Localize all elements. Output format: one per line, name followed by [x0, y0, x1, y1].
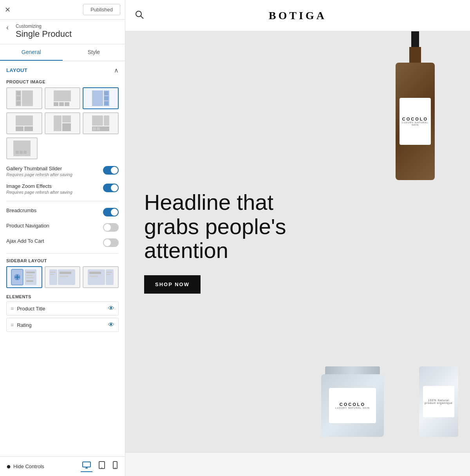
sidebar-option-3[interactable] [83, 266, 119, 288]
panel-title: Single Product [16, 29, 119, 39]
brand-logo: BOTIGA [269, 9, 327, 22]
image-zoom-effects-row: Image Zoom Effects Requires page refresh… [0, 180, 125, 198]
svg-rect-16 [24, 126, 33, 131]
sidebar-option-1[interactable] [6, 266, 42, 288]
image-zoom-label: Image Zoom Effects [6, 183, 72, 189]
panel-content: Layout ∧ PRODUCT IMAGE [0, 61, 125, 476]
image-zoom-toggle[interactable] [103, 184, 119, 192]
svg-rect-8 [65, 102, 69, 106]
mobile-device-button[interactable] [111, 460, 119, 472]
layout-section-title: Layout [6, 67, 27, 73]
top-bar: ✕ Published [0, 0, 125, 20]
product-navigation-row: Product Navigation [0, 220, 125, 235]
bottom-bar: ● Hide Controls [0, 456, 125, 476]
element-rating: ≡ Rating 👁 [6, 318, 119, 332]
sidebar-layout-grid [0, 266, 125, 291]
ajax-add-to-cart-row: Ajax Add To Cart [0, 235, 125, 250]
drag-icon[interactable]: ≡ [11, 305, 14, 312]
svg-rect-43 [60, 276, 68, 277]
svg-rect-14 [16, 115, 33, 126]
drag-icon-rating[interactable]: ≡ [11, 322, 14, 328]
bottle2-text: 100% Natural produit organique [423, 399, 454, 404]
svg-rect-9 [92, 90, 103, 106]
gallery-thumbnail-toggle[interactable] [103, 166, 119, 175]
svg-rect-1 [16, 91, 20, 95]
large-bottle: COCOLO LUXURY NATURAL SKIN [392, 31, 439, 188]
jar-sub: LUXURY NATURAL SKIN [335, 407, 370, 409]
svg-rect-13 [104, 101, 108, 105]
hide-controls-button[interactable]: ● Hide Controls [6, 462, 44, 471]
svg-line-58 [141, 16, 143, 18]
element-rating-name: Rating [17, 322, 32, 328]
image-layout-option-3[interactable] [83, 87, 119, 109]
svg-rect-2 [16, 96, 20, 100]
svg-rect-48 [107, 272, 112, 273]
svg-rect-20 [92, 115, 103, 126]
hero-headline: Headline that grabs people's attention [144, 190, 316, 263]
image-layout-grid [0, 87, 125, 112]
tablet-device-button[interactable] [97, 460, 107, 472]
eye-icon-rating[interactable]: 👁 [108, 321, 114, 328]
svg-rect-21 [104, 115, 109, 126]
gallery-thumbnail-label: Gallery Thumbnail Slider [6, 166, 72, 171]
svg-rect-4 [22, 90, 33, 106]
close-icon[interactable]: ✕ [5, 6, 11, 13]
svg-rect-40 [50, 274, 54, 275]
svg-rect-12 [104, 96, 108, 100]
svg-rect-17 [54, 115, 61, 131]
preview-area: BOTIGA Headline that grabs people's atte… [125, 0, 470, 476]
svg-rect-28 [24, 151, 27, 154]
svg-rect-50 [83, 462, 90, 467]
bottle-sub: LUXURY NATURAL SKIN [400, 121, 431, 126]
svg-rect-24 [97, 127, 100, 130]
divider-2 [6, 253, 119, 254]
svg-rect-23 [93, 127, 96, 130]
image-layout-option-4[interactable] [6, 112, 42, 134]
layout-section-header: Layout ∧ [0, 61, 125, 78]
shop-now-button[interactable]: SHOP NOW [144, 275, 201, 294]
sidebar-layout-label: SIDEBAR LAYOUT [0, 257, 125, 266]
svg-rect-35 [26, 275, 33, 276]
breadcrumbs-row: Breadcrumbs [0, 204, 125, 220]
image-layout-option-1[interactable] [6, 87, 42, 109]
small-bottle-2: 100% Natural produit organique [415, 366, 462, 445]
breadcrumbs-toggle[interactable] [103, 208, 119, 216]
device-icons [81, 460, 119, 472]
image-layout-option-7[interactable] [6, 137, 38, 159]
preview-header: BOTIGA [125, 0, 470, 31]
product-image-label: PRODUCT IMAGE [0, 78, 125, 87]
svg-rect-37 [26, 280, 33, 282]
image-layout-option-5[interactable] [45, 112, 81, 134]
tab-style[interactable]: Style [63, 44, 125, 61]
section-collapse-icon[interactable]: ∧ [114, 67, 119, 74]
svg-rect-45 [89, 272, 101, 274]
sidebar-option-2[interactable] [45, 266, 81, 288]
svg-rect-39 [50, 272, 56, 273]
svg-rect-3 [16, 101, 20, 105]
svg-rect-34 [26, 272, 35, 273]
tabs-bar: General Style [0, 44, 125, 61]
breadcrumbs-label: Breadcrumbs [6, 207, 36, 213]
back-button[interactable]: ‹ [6, 23, 9, 32]
ajax-add-to-cart-toggle[interactable] [103, 238, 119, 247]
search-icon[interactable] [135, 10, 144, 21]
eye-icon-product-title[interactable]: 👁 [108, 305, 114, 312]
product-navigation-toggle[interactable] [103, 223, 119, 232]
desktop-device-button[interactable] [81, 461, 92, 472]
published-button[interactable]: Published [83, 4, 120, 15]
image-layout-grid-2 [0, 112, 125, 137]
ajax-add-to-cart-label: Ajax Add To Cart [6, 238, 44, 244]
tab-general[interactable]: General [0, 44, 63, 61]
svg-rect-7 [59, 102, 64, 106]
svg-rect-49 [107, 274, 110, 275]
divider-1 [6, 201, 119, 201]
jar-brand: COCOLO [340, 402, 365, 407]
image-zoom-sub: Requires page refresh after saving [6, 190, 72, 195]
image-layout-option-2[interactable] [45, 87, 81, 109]
hide-circle-icon: ● [6, 462, 11, 471]
svg-rect-19 [62, 123, 71, 131]
small-jar: COCOLO LUXURY NATURAL SKIN [321, 366, 384, 445]
svg-rect-36 [26, 277, 34, 278]
image-layout-option-6[interactable] [83, 112, 119, 134]
element-product-title: ≡ Product Title 👁 [6, 301, 119, 316]
